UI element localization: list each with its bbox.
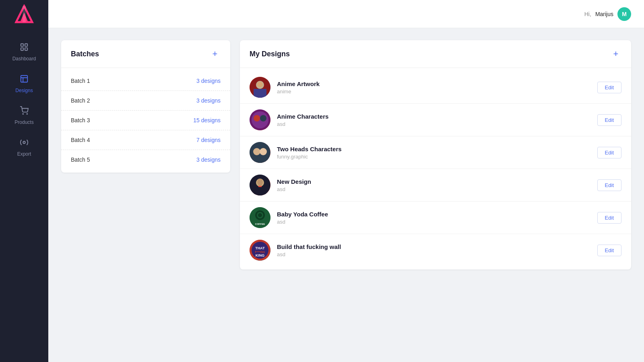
design-info: Two Heads Characters funny.graphic — [277, 146, 591, 160]
svg-point-17 — [254, 115, 260, 121]
sidebar-item-label-products: Products — [14, 119, 33, 125]
batch-item[interactable]: Batch 1 3 designs — [61, 71, 230, 91]
design-edit-button[interactable]: Edit — [597, 212, 621, 224]
design-edit-button[interactable]: Edit — [597, 179, 621, 191]
svg-rect-3 — [21, 44, 23, 46]
design-name: Two Heads Characters — [277, 146, 591, 152]
design-item: THAT F***ING KING Build that fucking wal… — [240, 234, 631, 266]
svg-rect-25 — [254, 187, 266, 195]
batch-item[interactable]: Batch 2 3 designs — [61, 91, 230, 111]
content-area: Batches + Batch 1 3 designs Batch 2 3 de… — [48, 28, 644, 362]
design-edit-button[interactable]: Edit — [597, 245, 621, 256]
batch-name: Batch 1 — [71, 78, 90, 84]
svg-rect-13 — [254, 89, 266, 98]
svg-rect-22 — [252, 156, 268, 163]
svg-rect-2 — [23, 6, 26, 22]
export-icon — [20, 138, 29, 149]
design-info: New Design asd — [277, 178, 591, 192]
batch-name: Batch 4 — [71, 137, 90, 143]
svg-point-9 — [27, 113, 27, 114]
avatar: M — [617, 7, 631, 21]
designs-panel-title: My Designs — [250, 50, 290, 58]
design-thumbnail — [250, 175, 270, 195]
svg-rect-7 — [21, 76, 28, 82]
svg-point-18 — [260, 115, 266, 121]
batch-list: Batch 1 3 designs Batch 2 3 designs Batc… — [61, 68, 230, 173]
batch-name: Batch 2 — [71, 97, 90, 104]
designs-panel-header: My Designs + — [240, 40, 631, 68]
svg-text:KING: KING — [256, 253, 265, 257]
header-user: Hi, Marijus M — [584, 7, 631, 21]
design-name: Build that fucking wall — [277, 243, 591, 250]
batches-add-button[interactable]: + — [209, 48, 221, 60]
svg-rect-6 — [25, 48, 27, 50]
svg-rect-4 — [25, 44, 27, 46]
svg-point-26 — [257, 179, 263, 186]
sidebar: Dashboard Designs Products — [0, 0, 48, 362]
main-area: Hi, Marijus M Batches + Batch 1 3 design… — [48, 0, 644, 362]
svg-point-14 — [257, 82, 263, 87]
batch-count: 15 designs — [193, 117, 221, 123]
svg-point-8 — [23, 113, 23, 114]
designs-icon — [20, 74, 29, 85]
sidebar-item-designs[interactable]: Designs — [0, 68, 48, 100]
header: Hi, Marijus M — [48, 0, 644, 28]
design-edit-button[interactable]: Edit — [597, 114, 621, 126]
batch-item[interactable]: Batch 3 15 designs — [61, 111, 230, 130]
batch-count: 7 designs — [196, 137, 221, 143]
design-name: Anime Artwork — [277, 80, 591, 87]
svg-text:THAT: THAT — [255, 246, 265, 250]
design-info: Anime Artwork anime — [277, 80, 591, 95]
design-sub: funny.graphic — [277, 154, 591, 160]
batches-panel-header: Batches + — [61, 40, 230, 68]
svg-text:F***ING: F***ING — [255, 251, 265, 253]
design-sub: asd — [277, 251, 591, 257]
design-name: Anime Characters — [277, 113, 591, 120]
sidebar-item-label-designs: Designs — [15, 88, 33, 93]
batch-name: Batch 3 — [71, 117, 90, 123]
design-name: Baby Yoda Coffee — [277, 211, 591, 218]
design-list: Anime Artwork anime Edit — [240, 68, 631, 269]
design-sub: asd — [277, 121, 591, 127]
header-greeting: Hi, — [584, 11, 591, 17]
products-icon — [20, 106, 29, 117]
design-thumbnail — [250, 77, 270, 98]
designs-add-button[interactable]: + — [610, 48, 621, 60]
sidebar-navigation: Dashboard Designs Products — [0, 36, 48, 163]
design-edit-button[interactable]: Edit — [597, 147, 621, 158]
designs-panel: My Designs + Anime Artwork — [240, 40, 631, 269]
design-info: Baby Yoda Coffee asd — [277, 211, 591, 225]
design-sub: asd — [277, 219, 591, 225]
design-thumbnail — [250, 142, 270, 163]
design-info: Anime Characters asd — [277, 113, 591, 127]
svg-rect-5 — [21, 48, 23, 50]
design-sub: anime — [277, 88, 591, 95]
design-thumbnail: THAT F***ING KING — [250, 240, 270, 261]
design-item: Anime Characters asd Edit — [240, 104, 631, 136]
batches-panel: Batches + Batch 1 3 designs Batch 2 3 de… — [61, 40, 230, 173]
sidebar-item-label-export: Export — [17, 151, 31, 157]
batch-item[interactable]: Batch 5 3 designs — [61, 150, 230, 169]
svg-point-10 — [23, 141, 25, 144]
svg-text:COFFEE: COFFEE — [255, 223, 265, 225]
batch-item[interactable]: Batch 4 7 designs — [61, 130, 230, 150]
design-edit-button[interactable]: Edit — [597, 82, 621, 93]
svg-rect-27 — [258, 186, 262, 187]
sidebar-item-export[interactable]: Export — [0, 132, 48, 163]
svg-point-31 — [258, 213, 262, 217]
sidebar-logo — [0, 0, 48, 28]
design-item: COFFEE Baby Yoda Coffee asd Edit — [240, 202, 631, 234]
design-sub: asd — [277, 186, 591, 192]
design-item: Two Heads Characters funny.graphic Edit — [240, 136, 631, 169]
sidebar-item-dashboard[interactable]: Dashboard — [0, 36, 48, 68]
header-username: Marijus — [595, 11, 613, 17]
design-name: New Design — [277, 178, 591, 185]
batches-panel-title: Batches — [71, 50, 99, 58]
design-item: New Design asd Edit — [240, 169, 631, 202]
design-thumbnail — [250, 109, 270, 130]
sidebar-item-label-dashboard: Dashboard — [12, 56, 36, 62]
batch-count: 3 designs — [196, 97, 221, 104]
design-thumbnail: COFFEE — [250, 207, 270, 228]
sidebar-item-products[interactable]: Products — [0, 100, 48, 132]
batch-count: 3 designs — [196, 78, 221, 84]
